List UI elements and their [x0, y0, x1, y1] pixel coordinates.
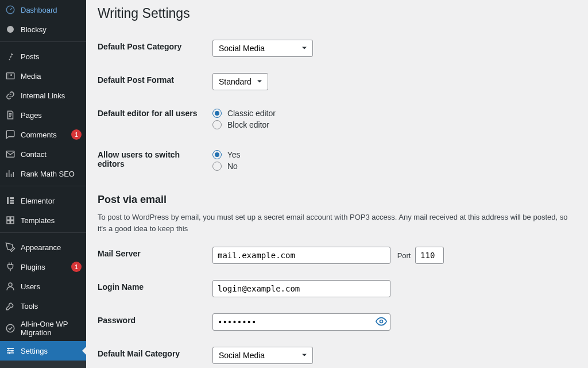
submenu-item-general[interactable]: General — [0, 364, 86, 368]
default-post-category-label: Default Post Category — [98, 32, 212, 65]
sidebar-item-comments[interactable]: Comments1 — [0, 125, 86, 144]
sidebar-item-label: Plugins — [21, 263, 69, 271]
settings-submenu: GeneralWritingReading — [0, 361, 86, 368]
password-visibility-toggle[interactable] — [373, 313, 390, 331]
svg-rect-8 — [10, 202, 14, 204]
svg-point-1 — [7, 26, 14, 33]
sidebar-item-label: Users — [21, 282, 82, 291]
allow-switch-no-label: No — [227, 162, 238, 171]
password-label: Password — [98, 305, 212, 339]
wrench-icon — [5, 300, 16, 312]
svg-point-16 — [11, 350, 13, 352]
notification-badge: 1 — [71, 129, 82, 140]
svg-rect-7 — [10, 200, 14, 202]
writing-settings-form: Default Post Category Social Media Defau… — [98, 32, 577, 181]
svg-point-13 — [9, 283, 12, 286]
allow-switch-no-option[interactable]: No — [212, 162, 571, 171]
sidebar-separator — [0, 232, 86, 235]
sidebar-item-rank-math[interactable]: Rank Math SEO — [0, 164, 86, 183]
password-input[interactable] — [212, 313, 390, 331]
post-via-email-heading: Post via email — [98, 194, 577, 206]
mail-server-port-input[interactable] — [415, 247, 444, 264]
sidebar-item-label: Pages — [21, 111, 82, 120]
media-icon — [5, 70, 16, 82]
default-editor-classic-option[interactable]: Classic editor — [212, 109, 571, 118]
default-post-format-select[interactable]: Standard — [212, 73, 268, 90]
default-editor-block-radio[interactable] — [212, 120, 222, 129]
admin-sidebar: DashboardBlocksyPostsMediaInternal Links… — [0, 0, 86, 368]
blocksy-icon — [5, 24, 16, 35]
sliders-icon — [5, 345, 16, 356]
sidebar-item-label: Internal Links — [21, 91, 82, 100]
sidebar-item-dashboard[interactable]: Dashboard — [0, 0, 86, 20]
sidebar-item-label: All-in-One WP Migration — [21, 320, 82, 337]
default-editor-block-label: Block editor — [227, 120, 269, 129]
mail-icon — [5, 148, 16, 160]
sidebar-item-label: Comments — [21, 131, 69, 139]
sidebar-item-internal-links[interactable]: Internal Links — [0, 86, 86, 105]
link-icon — [5, 90, 16, 101]
allow-switch-label: Allow users to switch editors — [98, 140, 212, 181]
sidebar-item-media[interactable]: Media — [0, 66, 86, 86]
mail-server-port-label: Port — [397, 251, 411, 260]
login-name-label: Login Name — [98, 272, 212, 305]
sidebar-item-users[interactable]: Users — [0, 277, 86, 296]
svg-rect-5 — [7, 197, 9, 204]
sidebar-item-contact[interactable]: Contact — [0, 144, 86, 164]
sidebar-separator — [0, 41, 86, 44]
sidebar-item-label: Blocksy — [21, 25, 82, 34]
allow-switch-yes-radio[interactable] — [212, 150, 222, 159]
sidebar-item-aio-wp-migration[interactable]: All-in-One WP Migration — [0, 316, 86, 341]
sidebar-item-label: Settings — [21, 347, 82, 355]
default-mail-category-label: Default Mail Category — [98, 339, 212, 368]
sidebar-item-tools[interactable]: Tools — [0, 296, 86, 316]
notification-badge: 1 — [71, 262, 82, 272]
user-icon — [5, 281, 16, 292]
chart-icon — [5, 168, 16, 179]
sidebar-item-pages[interactable]: Pages — [0, 105, 86, 125]
dashboard-icon — [5, 4, 16, 16]
svg-point-3 — [10, 74, 12, 76]
allow-switch-yes-label: Yes — [227, 150, 241, 159]
post-via-email-description: To post to WordPress by email, you must … — [98, 212, 577, 234]
sidebar-separator — [0, 186, 86, 189]
sidebar-item-posts[interactable]: Posts — [0, 47, 86, 66]
default-editor-classic-label: Classic editor — [227, 109, 276, 118]
sidebar-item-label: Elementor — [21, 197, 82, 205]
default-mail-category-select[interactable]: Social Media — [212, 347, 313, 364]
page-icon — [5, 109, 16, 121]
login-name-input[interactable] — [212, 280, 390, 297]
default-editor-classic-radio[interactable] — [212, 109, 222, 118]
eye-icon — [376, 316, 387, 329]
sidebar-item-appearance[interactable]: Appearance — [0, 237, 86, 257]
sidebar-item-label: Templates — [21, 216, 82, 225]
sidebar-item-plugins[interactable]: Plugins1 — [0, 257, 86, 277]
brush-icon — [5, 241, 16, 253]
svg-rect-11 — [7, 221, 10, 224]
svg-rect-6 — [10, 197, 14, 199]
sidebar-item-elementor[interactable]: Elementor — [0, 191, 86, 210]
sidebar-item-templates[interactable]: Templates — [0, 210, 86, 230]
allow-switch-no-radio[interactable] — [212, 162, 222, 171]
sidebar-item-label: Dashboard — [21, 6, 82, 14]
sidebar-item-label: Media — [21, 72, 82, 80]
post-via-email-form: Mail Server Port Login Name Password — [98, 239, 577, 368]
svg-point-15 — [8, 348, 10, 350]
default-editor-block-option[interactable]: Block editor — [212, 120, 571, 129]
sidebar-item-blocksy[interactable]: Blocksy — [0, 20, 86, 39]
plug-icon — [5, 261, 16, 273]
svg-rect-12 — [11, 221, 14, 224]
main-content: Writing Settings Default Post Category S… — [86, 0, 588, 368]
sidebar-item-label: Contact — [21, 150, 82, 159]
sidebar-item-settings[interactable]: Settings — [0, 341, 86, 361]
mail-server-label: Mail Server — [98, 239, 212, 272]
default-editor-label: Default editor for all users — [98, 98, 212, 140]
sidebar-item-label: Posts — [21, 52, 82, 61]
svg-rect-2 — [6, 73, 14, 79]
mail-server-input[interactable] — [212, 247, 390, 264]
allow-switch-yes-option[interactable]: Yes — [212, 150, 571, 159]
default-post-category-select[interactable]: Social Media — [212, 40, 313, 57]
svg-rect-9 — [7, 217, 10, 220]
svg-rect-10 — [11, 217, 14, 220]
default-post-format-label: Default Post Format — [98, 65, 212, 98]
